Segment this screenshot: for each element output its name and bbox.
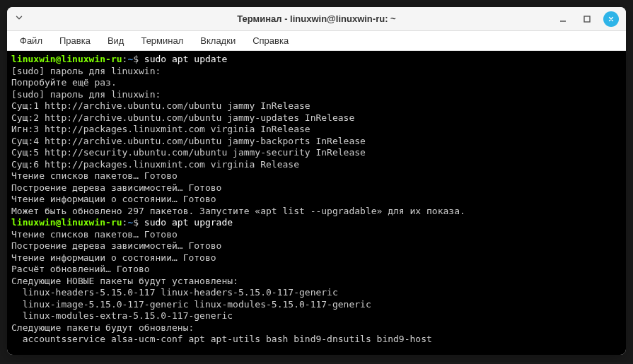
- menu-help[interactable]: Справка: [245, 33, 296, 49]
- minimize-button[interactable]: [555, 11, 571, 27]
- menu-edit[interactable]: Правка: [52, 33, 98, 49]
- prompt-symbol: $: [133, 54, 139, 64]
- menu-terminal[interactable]: Терминал: [134, 33, 190, 49]
- output-line: Сущ:4 http://archive.ubuntu.com/ubuntu j…: [11, 136, 366, 146]
- window-title: Терминал - linuxwin@linuxwin-ru: ~: [78, 13, 555, 24]
- prompt-symbol: $: [133, 217, 139, 228]
- menubar: Файл Правка Вид Терминал Вкладки Справка: [7, 31, 626, 51]
- output-line: Игн:3 http://packages.linuxmint.com virg…: [11, 124, 310, 134]
- window-controls: [555, 11, 619, 27]
- output-line: Сущ:6 http://packages.linuxmint.com virg…: [11, 159, 299, 170]
- output-line: Построение дерева зависимостей… Готово: [11, 240, 221, 251]
- menu-view[interactable]: Вид: [100, 33, 132, 49]
- menu-tabs[interactable]: Вкладки: [193, 33, 243, 49]
- menu-chevron-icon[interactable]: [14, 12, 24, 25]
- titlebar-left: [14, 12, 78, 25]
- output-line: Чтение информации о состоянии… Готово: [11, 252, 216, 263]
- output-line: linux-image-5.15.0-117-generic linux-mod…: [11, 299, 371, 310]
- output-line: Чтение списков пакетов… Готово: [11, 170, 178, 181]
- output-line: Чтение списков пакетов… Готово: [11, 229, 178, 240]
- output-line: linux-modules-extra-5.15.0-117-generic: [11, 310, 233, 321]
- command-2: sudo apt upgrade: [144, 217, 233, 228]
- terminal-content[interactable]: linuxwin@linuxwin-ru:~$ sudo apt update …: [7, 51, 626, 355]
- output-line: accountsservice alsa-ucm-conf apt apt-ut…: [11, 334, 432, 344]
- output-line: Сущ:1 http://archive.ubuntu.com/ubuntu j…: [11, 100, 310, 111]
- output-line: Чтение информации о состоянии… Готово: [11, 194, 216, 204]
- prompt-user: linuxwin@linuxwin-ru: [11, 217, 122, 228]
- output-line: linux-headers-5.15.0-117 linux-headers-5…: [11, 287, 338, 298]
- output-line: [sudo] пароль для linuxwin:: [11, 66, 161, 76]
- output-line: Расчёт обновлений… Готово: [11, 264, 150, 274]
- command-1: sudo apt update: [144, 54, 227, 64]
- output-line: Сущ:2 http://archive.ubuntu.com/ubuntu j…: [11, 112, 354, 123]
- titlebar[interactable]: Терминал - linuxwin@linuxwin-ru: ~: [7, 7, 626, 31]
- output-line: Попробуйте ещё раз.: [11, 77, 117, 88]
- output-line: Построение дерева зависимостей… Готово: [11, 182, 221, 193]
- output-line: Следующие НОВЫЕ пакеты будут установлены…: [11, 276, 238, 286]
- close-button[interactable]: [603, 11, 619, 27]
- maximize-button[interactable]: [579, 11, 595, 27]
- prompt-user: linuxwin@linuxwin-ru: [11, 54, 122, 64]
- svg-rect-1: [584, 16, 590, 22]
- output-line: [sudo] пароль для linuxwin:: [11, 89, 161, 100]
- output-line: Сущ:5 http://security.ubuntu.com/ubuntu …: [11, 147, 366, 158]
- output-line: Может быть обновлено 297 пакетов. Запуст…: [11, 206, 465, 216]
- output-line: Следующие пакеты будут обновлены:: [11, 322, 194, 333]
- menu-file[interactable]: Файл: [13, 33, 50, 49]
- terminal-window: Терминал - linuxwin@linuxwin-ru: ~ Файл …: [7, 7, 626, 355]
